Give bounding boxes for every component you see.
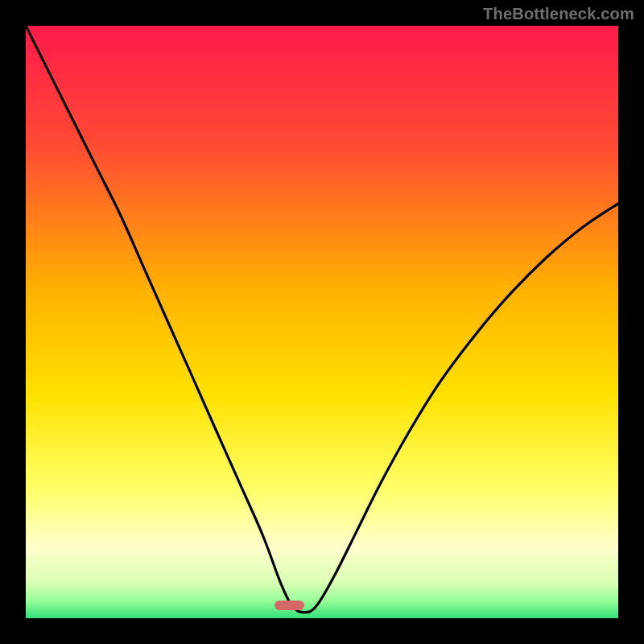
optimal-point-marker	[275, 601, 304, 610]
bottleneck-curve	[26, 26, 618, 618]
bottleneck-curve-path	[26, 26, 618, 613]
watermark-text: TheBottleneck.com	[483, 5, 634, 23]
chart-frame: TheBottleneck.com	[0, 0, 644, 644]
